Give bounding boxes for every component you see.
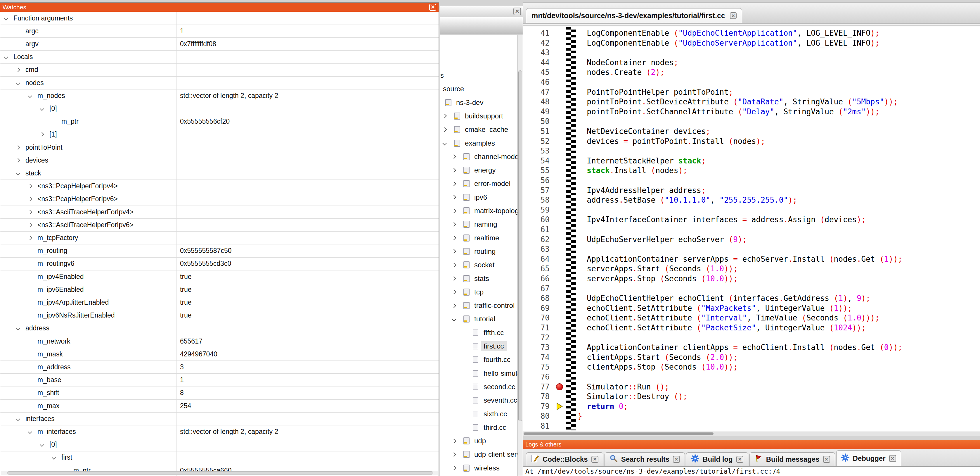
line-number[interactable]: 69	[523, 304, 553, 313]
code-line-56[interactable]: 56	[523, 176, 980, 185]
close-icon[interactable]: ✕	[513, 8, 521, 15]
tree-item-channel-models[interactable]: channel-models	[474, 150, 517, 163]
watch-row-locals[interactable]: Locals	[0, 51, 439, 64]
line-number[interactable]: 79	[523, 402, 553, 411]
watch-row-interfaces[interactable]: interfaces	[0, 412, 439, 425]
code-area[interactable]: 41 LogComponentEnable ("UdpEchoClientApp…	[523, 27, 980, 431]
current-line-arrow-icon[interactable]	[553, 403, 566, 411]
line-number[interactable]: 64	[523, 255, 553, 264]
chevron-right-icon[interactable]	[16, 67, 21, 72]
code-line-59[interactable]: 59	[523, 205, 980, 215]
tree-item-cmake-cache[interactable]: cmake_cache	[465, 123, 508, 136]
chevron-right-icon[interactable]	[452, 303, 457, 308]
chevron-right-icon[interactable]	[452, 439, 457, 443]
chevron-right-icon[interactable]	[452, 236, 457, 240]
close-icon[interactable]: ✕	[730, 12, 737, 19]
watch-row-argc[interactable]: argc1	[0, 24, 439, 38]
chevron-down-icon[interactable]	[16, 171, 21, 176]
line-number[interactable]: 63	[523, 245, 553, 254]
watch-row-function-arguments[interactable]: Function arguments	[0, 12, 439, 25]
code-line-44[interactable]: 44 NodeContainer nodes;	[523, 58, 980, 67]
watches-scrollbar-thumb[interactable]	[7, 471, 433, 474]
tree-item-ipv6[interactable]: ipv6	[474, 191, 487, 203]
editor-tab-first-cc[interactable]: mnt/dev/tools/source/ns-3-dev/examples/t…	[526, 8, 742, 23]
tree-item-error-model[interactable]: error-model	[474, 177, 511, 190]
line-number[interactable]: 46	[523, 78, 553, 86]
chevron-down-icon[interactable]	[16, 326, 21, 331]
line-number[interactable]: 59	[523, 206, 553, 214]
chevron-down-icon[interactable]	[452, 317, 457, 322]
code-line-49[interactable]: 49 pointToPoint.SetChannelAttribute ("De…	[523, 107, 980, 117]
code-line-74[interactable]: 74 clientApps.Start (Seconds (2.0));	[523, 352, 980, 362]
tree-item-fourth-cc[interactable]: fourth.cc	[484, 353, 511, 366]
line-number[interactable]: 43	[523, 48, 553, 57]
code-line-72[interactable]: 72	[523, 333, 980, 343]
watch-row--0-[interactable]: [0]	[0, 102, 439, 115]
watch-row-m-network[interactable]: m_network655617	[0, 335, 439, 348]
code-line-61[interactable]: 61	[523, 225, 980, 235]
line-number[interactable]: 81	[523, 422, 553, 430]
watch-row-devices[interactable]: devices	[0, 154, 439, 167]
line-number[interactable]: 77	[523, 382, 553, 391]
code-line-64[interactable]: 64 ApplicationContainer serverApps = ech…	[523, 254, 980, 264]
watch-row-nodes[interactable]: nodes	[0, 76, 439, 89]
line-number[interactable]: 75	[523, 363, 553, 371]
watch-row--ns3-asciitracehelperforipv4-[interactable]: <ns3::AsciiTraceHelperForIpv4>	[0, 206, 439, 219]
chevron-down-icon[interactable]	[16, 416, 21, 421]
chevron-down-icon[interactable]	[28, 93, 32, 98]
tree-scrollbar-thumb[interactable]	[518, 70, 522, 421]
code-line-73[interactable]: 73 ApplicationContainer clientApps = ech…	[523, 342, 980, 352]
logs-tab-build-messages[interactable]: Build messages✕	[749, 452, 835, 466]
code-line-51[interactable]: 51 NetDeviceContainer devices;	[523, 126, 980, 136]
code-line-78[interactable]: 78 Simulator::Destroy ();	[523, 391, 980, 401]
code-line-67[interactable]: 67	[523, 284, 980, 294]
code-line-62[interactable]: 62 UdpEchoServerHelper echoServer (9);	[523, 235, 980, 244]
line-number[interactable]: 72	[523, 333, 553, 342]
code-line-43[interactable]: 43	[523, 48, 980, 58]
code-line-79[interactable]: 79 return 0;	[523, 401, 980, 411]
code-line-55[interactable]: 55 stack.Install (nodes);	[523, 166, 980, 176]
line-number[interactable]: 74	[523, 353, 553, 362]
close-icon[interactable]: ✕	[429, 4, 436, 11]
watches-horizontal-scrollbar[interactable]	[1, 471, 438, 475]
line-number[interactable]: 61	[523, 225, 553, 234]
chevron-down-icon[interactable]	[442, 141, 447, 145]
watch-row--ns3-pcaphelperforipv4-[interactable]: <ns3::PcapHelperForIpv4>	[0, 180, 439, 193]
line-number[interactable]: 51	[523, 127, 553, 136]
chevron-down-icon[interactable]	[40, 106, 45, 111]
code-line-52[interactable]: 52 devices = pointToPoint.Install (nodes…	[523, 136, 980, 146]
watch-row-m-address[interactable]: m_address3	[0, 361, 439, 374]
watch-row-m-interfaces[interactable]: m_interfacesstd::vector of length 2, cap…	[0, 425, 439, 438]
code-line-58[interactable]: 58 address.SetBase ("10.1.1.0", "255.255…	[523, 195, 980, 205]
watch-row-m-base[interactable]: m_base1	[0, 374, 439, 387]
line-number[interactable]: 66	[523, 274, 553, 283]
logs-tab-debugger[interactable]: Debugger✕	[836, 450, 901, 466]
tree-item-seventh-cc[interactable]: seventh.cc	[484, 394, 517, 406]
line-number[interactable]: 78	[523, 392, 553, 401]
code-line-53[interactable]: 53	[523, 146, 980, 156]
code-line-47[interactable]: 47 PointToPointHelper pointToPoint;	[523, 87, 980, 97]
chevron-right-icon[interactable]	[452, 182, 457, 186]
chevron-right-icon[interactable]	[16, 158, 21, 163]
logs-tab-build-log[interactable]: Build log✕	[686, 452, 748, 466]
tree-item-fifth-cc[interactable]: fifth.cc	[484, 327, 504, 339]
code-line-42[interactable]: 42 LogComponentEnable ("UdpEchoServerApp…	[523, 38, 980, 48]
watch-row-pointtopoint[interactable]: pointToPoint	[0, 141, 439, 154]
logs-tab-search-results[interactable]: Search results✕	[605, 452, 685, 466]
line-number[interactable]: 42	[523, 38, 553, 47]
line-number[interactable]: 68	[523, 294, 553, 303]
tree-item-examples[interactable]: examples	[465, 137, 495, 149]
chevron-right-icon[interactable]	[452, 466, 457, 470]
tree-item-naming[interactable]: naming	[474, 218, 497, 230]
chevron-right-icon[interactable]	[452, 154, 457, 159]
line-number[interactable]: 55	[523, 166, 553, 175]
line-number[interactable]: 45	[523, 68, 553, 77]
line-number[interactable]: 57	[523, 186, 553, 195]
watch-row-m-routingv6[interactable]: m_routingv60x5555555cd3c0	[0, 257, 439, 270]
code-line-41[interactable]: 41 LogComponentEnable ("UdpEchoClientApp…	[523, 28, 980, 38]
chevron-right-icon[interactable]	[28, 222, 32, 227]
chevron-right-icon[interactable]	[442, 127, 447, 132]
watch-row--ns3-pcaphelperforipv6-[interactable]: <ns3::PcapHelperForIpv6>	[0, 193, 439, 206]
code-line-50[interactable]: 50	[523, 117, 980, 126]
watches-titlebar[interactable]: Watches ✕	[0, 3, 439, 12]
